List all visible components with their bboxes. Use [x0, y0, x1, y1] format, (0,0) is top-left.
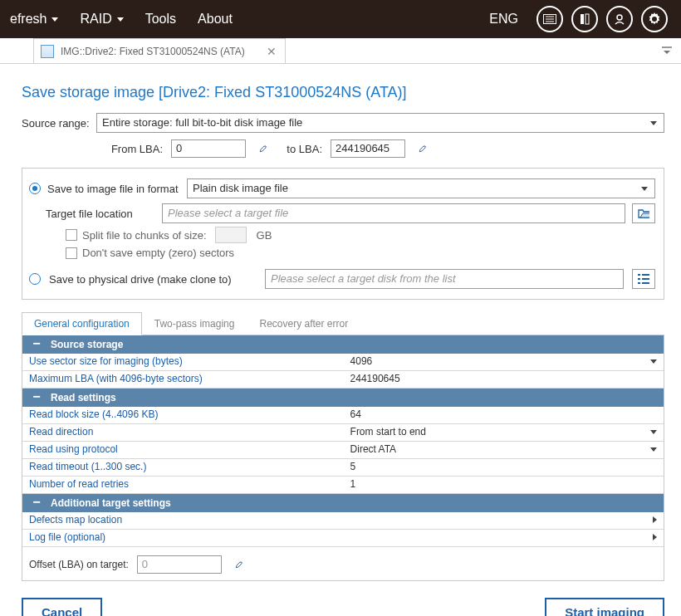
browse-folder-button[interactable]: [632, 203, 655, 223]
offset-label: Offset (LBA) on target:: [29, 559, 129, 570]
menu-label: Tools: [145, 12, 176, 27]
chevron-down-icon: [117, 17, 124, 22]
language-selector[interactable]: ENG: [476, 0, 532, 38]
close-icon[interactable]: ✕: [267, 45, 277, 58]
svg-rect-9: [638, 274, 640, 276]
document-tab[interactable]: IMG::Drive2: Fixed ST31000524NS (ATA) ✕: [33, 38, 286, 63]
source-range-row: Source range: Entire storage: full bit-t…: [22, 113, 664, 133]
svg-rect-13: [638, 282, 640, 284]
table-row[interactable]: Read directionFrom start to end: [22, 424, 664, 442]
offset-row: Offset (LBA) on target: 0: [29, 555, 664, 574]
config-grid: −Source storage Use sector size for imag…: [22, 335, 664, 581]
setting-value[interactable]: 5: [344, 459, 664, 476]
offset-input[interactable]: 0: [137, 555, 222, 574]
save-to-file-radio[interactable]: [29, 183, 41, 194]
chunk-unit: GB: [257, 229, 272, 242]
target-file-input[interactable]: Please select a target file: [162, 203, 625, 223]
split-chunks-row: Split file to chunks of size: GB: [66, 227, 655, 243]
table-row[interactable]: Log file (optional): [22, 530, 664, 547]
setting-label: Read using protocol: [22, 442, 344, 458]
target-file-label: Target file location: [46, 208, 155, 220]
gear-icon[interactable]: [641, 6, 668, 32]
list-drives-button[interactable]: [632, 269, 655, 289]
image-format-select[interactable]: Plain disk image file: [187, 178, 655, 198]
start-imaging-button[interactable]: Start imaging: [545, 598, 664, 616]
setting-label: Use sector size for imaging (bytes): [22, 354, 344, 370]
setting-label: Defects map location: [22, 512, 344, 529]
offset-edit-button[interactable]: [230, 555, 248, 574]
menu-refresh[interactable]: efresh: [0, 0, 68, 38]
menu-tools[interactable]: Tools: [135, 0, 186, 38]
skip-empty-row: Don't save empty (zero) sectors: [66, 247, 655, 259]
menu-raid[interactable]: RAID: [70, 0, 133, 38]
setting-value: 244190645: [344, 371, 664, 388]
setting-value[interactable]: [344, 512, 664, 529]
save-to-physical-radio[interactable]: [29, 273, 41, 285]
table-row[interactable]: Read using protocolDirect ATA: [22, 442, 664, 459]
skip-empty-label: Don't save empty (zero) sectors: [82, 247, 234, 259]
list-icon: [638, 274, 649, 284]
section-additional-target-header[interactable]: −Additional target settings: [22, 494, 664, 512]
from-lba-edit-button[interactable]: [254, 139, 272, 158]
dialog-buttons: Cancel Start imaging: [22, 598, 664, 616]
section-title: Additional target settings: [51, 497, 171, 509]
setting-label: Read block size (4..4096 KB): [22, 407, 344, 423]
split-chunks-checkbox[interactable]: [66, 229, 77, 241]
table-row[interactable]: Maximum LBA (with 4096-byte sectors)2441…: [22, 371, 664, 389]
setting-value[interactable]: 4096: [344, 354, 664, 370]
table-row[interactable]: Read timeout (1..300 sec.)5: [22, 459, 664, 477]
table-row[interactable]: Defects map location: [22, 512, 664, 530]
physical-target-input[interactable]: Please select a target disk from the lis…: [265, 269, 624, 289]
source-range-select[interactable]: Entire storage: full bit-to-bit disk ima…: [96, 113, 664, 133]
target-file-row: Target file location Please select a tar…: [46, 203, 655, 223]
table-row[interactable]: Number of read retries1: [22, 477, 664, 494]
tab-recovery-after-error[interactable]: Recovery after error: [247, 312, 360, 335]
menu-label: RAID: [80, 12, 111, 27]
table-row[interactable]: Read block size (4..4096 KB)64: [22, 407, 664, 424]
user-icon[interactable]: [606, 6, 633, 32]
setting-value[interactable]: [344, 530, 664, 546]
split-chunks-label: Split file to chunks of size:: [82, 229, 207, 242]
menu-about[interactable]: About: [188, 0, 243, 38]
setting-value[interactable]: 64: [344, 407, 664, 423]
table-row[interactable]: Use sector size for imaging (bytes)4096: [22, 354, 664, 371]
svg-rect-4: [581, 14, 584, 24]
view-icon[interactable]: [536, 6, 563, 32]
image-format-value: Plain disk image file: [193, 182, 288, 194]
menu-label: efresh: [10, 12, 47, 27]
folder-open-icon: [638, 208, 649, 218]
to-lba-edit-button[interactable]: [414, 139, 432, 158]
skip-empty-checkbox[interactable]: [66, 247, 77, 259]
to-lba-label: to LBA:: [281, 143, 322, 155]
setting-value[interactable]: Direct ATA: [344, 442, 664, 458]
setting-label: Read direction: [22, 424, 344, 441]
from-lba-input[interactable]: 0: [171, 139, 246, 158]
to-lba-input[interactable]: 244190645: [331, 139, 405, 158]
svg-point-6: [617, 15, 622, 20]
setting-value[interactable]: 1: [344, 477, 664, 493]
workspace: IMG::Drive2: Fixed ST31000524NS (ATA) ✕ …: [0, 38, 681, 616]
disk-image-icon: [41, 45, 54, 58]
source-range-value: Entire storage: full bit-to-bit disk ima…: [102, 116, 302, 129]
source-range-label: Source range:: [22, 117, 96, 130]
columns-icon[interactable]: [571, 6, 598, 32]
svg-rect-5: [585, 14, 589, 24]
collapse-icon: −: [31, 339, 42, 350]
setting-value[interactable]: From start to end: [344, 424, 664, 441]
target-file-placeholder: Please select a target file: [168, 207, 288, 219]
section-title: Read settings: [51, 392, 116, 403]
section-title: Source storage: [51, 339, 123, 350]
cancel-button[interactable]: Cancel: [22, 598, 102, 616]
section-read-settings-header[interactable]: −Read settings: [22, 389, 664, 407]
section-source-storage-header[interactable]: −Source storage: [22, 335, 664, 354]
svg-rect-14: [642, 282, 649, 284]
tab-general-configuration[interactable]: General configuration: [22, 312, 142, 335]
tabstrip-overflow-icon[interactable]: [658, 42, 676, 61]
page-title: Save storage image [Drive2: Fixed ST3100…: [22, 84, 664, 101]
svg-rect-10: [642, 274, 649, 276]
save-to-file-label: Save to image file in format: [47, 183, 180, 195]
tab-two-pass-imaging[interactable]: Two-pass imaging: [142, 312, 247, 335]
document-tabstrip: IMG::Drive2: Fixed ST31000524NS (ATA) ✕: [0, 38, 681, 64]
page-body: Save storage image [Drive2: Fixed ST3100…: [0, 64, 681, 616]
chunk-size-input[interactable]: [215, 227, 247, 243]
